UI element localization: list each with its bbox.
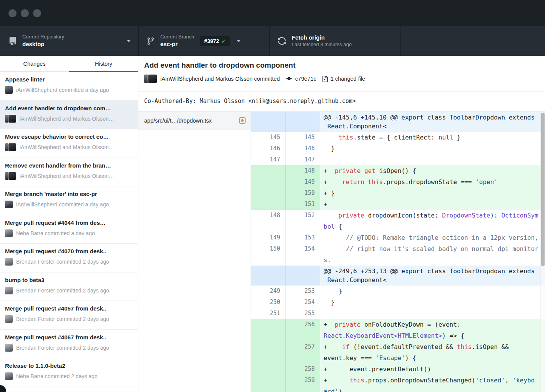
repository-name: desktop	[22, 41, 64, 48]
new-line-number: 253	[286, 286, 320, 297]
window-close-button[interactable]	[8, 9, 17, 17]
commit-meta: iAmWillShepherd committed a day ago	[5, 86, 133, 94]
commit-meta: iAmWillShepherd and Markus Olsson…	[5, 143, 133, 151]
commit-list-item[interactable]: Release to 1.1.0-beta2Neha Batra committ…	[0, 358, 138, 387]
diff-line: 147147	[251, 154, 545, 165]
commit-list-item[interactable]: bump to beta3Brendan Forster committed 2…	[0, 272, 138, 301]
commit-list-item[interactable]: Remove event handler from the bran…iAmWi…	[0, 158, 138, 187]
commit-list-item[interactable]: Merge pull request #4073 from desk…	[0, 387, 138, 392]
app-toolbar: Current Repository desktop Current Branc…	[0, 26, 545, 56]
commit-header: Add event handler to dropdown component …	[138, 56, 545, 91]
commit-title: Merge branch 'master' into esc-pr	[5, 191, 133, 197]
old-line-number	[251, 364, 286, 375]
commit-list-item[interactable]: Merge pull request #4070 from desk..Bren…	[0, 244, 138, 272]
avatar-markus	[148, 75, 157, 83]
commit-meta-text: Brendan Forster committed 2 days ago	[16, 259, 109, 265]
commit-list-item[interactable]: Merge branch 'master' into esc-priAmWill…	[0, 186, 138, 215]
commit-list-item[interactable]: Merge pull request #4057 from desk..Bren…	[0, 301, 138, 330]
avatar	[144, 75, 157, 83]
sidebar-tabs: Changes History	[0, 56, 138, 72]
diff-scrollbar-track[interactable]	[540, 112, 545, 392]
old-line-number	[251, 341, 286, 364]
commit-meta-text: Neha Batra committed 2 days ago	[16, 373, 98, 379]
main-panel: Add event handler to dropdown component …	[138, 56, 545, 392]
diff-hunk-header: @@ -145,6 +145,10 @@ export class Toolba…	[251, 112, 545, 132]
avatar	[5, 372, 13, 380]
avatar-will	[5, 201, 13, 208]
commit-title: bump to beta3	[5, 277, 133, 283]
new-line-number: 154	[286, 243, 320, 266]
diff-line: 148152 private dropdownIcon(state: Dropd…	[251, 210, 545, 232]
commit-summary-title: Add event handler to dropdown component	[144, 61, 539, 70]
old-line-number: 146	[251, 143, 286, 154]
commit-list-item[interactable]: Add event handler to dropdown com…iAmWil…	[0, 101, 138, 130]
new-line-number: 147	[286, 154, 320, 165]
file-list-item[interactable]: app/src/ui/t…/dropdown.tsx	[138, 112, 251, 130]
window-zoom-button[interactable]	[33, 9, 41, 17]
code-line: + if (!event.defaultPrevented && this.is…	[320, 341, 545, 364]
diff-line: 258+ event.preventDefault()	[251, 364, 545, 375]
tab-changes[interactable]: Changes	[0, 56, 69, 71]
diff-line: 256+ private onFoldoutKeyDown = (event: …	[251, 319, 545, 341]
fetch-origin-button[interactable]: Fetch origin Last fetched 3 minutes ago	[269, 26, 400, 56]
diff-line: 259+ this.props.onDropdownStateChanged('…	[251, 375, 545, 392]
avatar	[5, 115, 16, 123]
code-line: // @TODO: Remake triangle octicon in a 1…	[320, 232, 545, 243]
old-line-number	[251, 165, 286, 176]
commit-sha[interactable]: c79e71c	[295, 76, 316, 82]
code-line	[320, 308, 545, 319]
commit-meta-text: iAmWillShepherd and Markus Olsson…	[20, 144, 114, 150]
old-line-number	[251, 112, 286, 132]
commit-list-item[interactable]: Move escape behavior to correct co…iAmWi…	[0, 129, 138, 158]
new-line-number	[286, 112, 320, 132]
new-line-number: 152	[286, 210, 320, 232]
avatar-brendan	[5, 344, 13, 352]
commit-title: Appease linter	[5, 76, 133, 83]
old-line-number: 150	[251, 243, 286, 266]
tab-changes-label: Changes	[23, 61, 45, 67]
repository-label: Current Repository	[22, 34, 64, 40]
tab-history[interactable]: History	[69, 56, 138, 71]
chevron-down-icon	[237, 40, 241, 42]
new-line-number: 150	[286, 188, 320, 199]
new-line-number: 149	[286, 176, 320, 188]
changed-file-icon	[322, 76, 328, 82]
old-line-number	[251, 188, 286, 199]
old-line-number	[251, 176, 286, 188]
window-minimize-button[interactable]	[21, 9, 29, 17]
repo-icon	[8, 37, 17, 45]
modified-status-icon	[239, 117, 246, 124]
git-branch-icon	[146, 37, 155, 45]
commit-meta-row: iAmWillShepherd and Markus Olsson commit…	[144, 75, 539, 83]
avatar-will	[5, 86, 13, 94]
code-line: @@ -249,6 +253,13 @@ export class Toolba…	[320, 266, 545, 286]
branch-label: Current Branch	[160, 34, 194, 40]
commit-list-item[interactable]: Merge pull request #4067 from desk..Bren…	[0, 330, 138, 359]
pull-request-badge[interactable]: #3972 ✓	[200, 36, 230, 46]
commit-meta: Brendan Forster committed 2 days ago	[5, 287, 133, 294]
commit-list-item[interactable]: Appease linteriAmWillShepherd committed …	[0, 72, 138, 101]
commit-meta-text: iAmWillShepherd and Markus Olsson…	[20, 116, 114, 122]
code-line: + this.props.onDropdownStateChanged('clo…	[320, 375, 545, 392]
branch-dropdown[interactable]: Current Branch esc-pr #3972 ✓	[138, 26, 269, 56]
code-line: +	[320, 199, 545, 210]
avatar-brendan	[5, 258, 13, 266]
avatar-markus	[8, 115, 16, 123]
old-line-number: 147	[251, 154, 286, 165]
commit-meta: iAmWillShepherd committed a day ago	[5, 201, 133, 208]
old-line-number: 149	[251, 232, 286, 243]
repository-dropdown[interactable]: Current Repository desktop	[0, 26, 138, 56]
code-line: }	[320, 297, 545, 308]
avatar-markus	[8, 143, 16, 151]
commit-meta: Brendan Forster committed 2 days ago	[5, 258, 133, 266]
old-line-number: 249	[251, 286, 286, 297]
commit-meta-text: Brendan Forster committed 2 days ago	[16, 287, 109, 294]
changed-files-count: 1 changed file	[331, 76, 365, 82]
diff-line: 249253 }	[251, 286, 545, 297]
commit-title: Merge pull request #4044 from des…	[5, 219, 133, 226]
commit-list: Appease linteriAmWillShepherd committed …	[0, 72, 138, 392]
commit-title: Add event handler to dropdown com…	[5, 105, 133, 111]
diff-scrollbar-thumb[interactable]	[541, 113, 545, 266]
commit-list-item[interactable]: Merge pull request #4044 from des…Neha B…	[0, 215, 138, 244]
commit-title: Release to 1.1.0-beta2	[5, 362, 133, 369]
